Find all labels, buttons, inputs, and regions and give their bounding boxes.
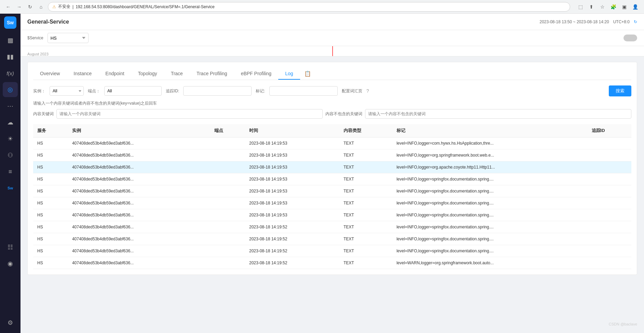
sidebar-item-globe[interactable]: ☀ [3, 131, 18, 146]
sidebar-item-shield[interactable]: ◉ [3, 256, 18, 271]
chart-icon: ▩ [8, 37, 13, 44]
tab-instance[interactable]: Instance [67, 68, 98, 80]
home-button[interactable]: ⌂ [37, 3, 45, 11]
table-cell: HS [33, 257, 68, 269]
table-cell [588, 221, 631, 233]
table-cell [588, 197, 631, 209]
content-kw-input[interactable] [56, 109, 323, 119]
table-cell [210, 149, 245, 161]
grid-icon: ☷ [8, 243, 13, 251]
instance-select[interactable]: All [50, 86, 84, 96]
table-row[interactable]: HS407408ded53b4db59ed3abf636...2023-08-1… [33, 233, 631, 245]
reload-button[interactable]: ↻ [26, 3, 34, 11]
sidebar-logo[interactable]: Sw [4, 16, 16, 29]
gear-icon: ⚙ [8, 319, 13, 327]
table-row[interactable]: HS407408ded53b4db59ed3abf636...2023-08-1… [33, 209, 631, 221]
copy-icon[interactable]: 📋 [300, 68, 315, 80]
log-table: 服务 实例 端点 时间 内容类型 标记 追踪ID HS407408ded53b4… [33, 124, 631, 269]
tab-overview[interactable]: Overview [33, 68, 67, 80]
cloud-icon: ☁ [7, 119, 13, 126]
cast-button[interactable]: ⬚ [576, 2, 585, 12]
tab-endpoint[interactable]: Endpoint [98, 68, 131, 80]
table-cell [210, 221, 245, 233]
trace-id-input[interactable] [183, 86, 252, 96]
filter-row-1: 实例： All 端点： 追踪ID: 标记: 配置词汇页 ? 搜索 [33, 85, 631, 96]
table-cell: 407408ded53b4db59ed3abf636... [68, 137, 210, 149]
dots-icon: ⋯ [7, 102, 13, 110]
table-cell: 2023-08-18 14:19:52 [245, 221, 339, 233]
table-cell: TEXT [339, 137, 392, 149]
sidebar-item-settings[interactable]: ⚙ [3, 315, 18, 330]
tab-log[interactable]: Log [278, 68, 300, 80]
help-icon[interactable]: ? [366, 88, 369, 94]
sidebar-item-cloud[interactable]: ☁ [3, 115, 18, 130]
sidebar-item-dashboard[interactable]: ◎ [3, 82, 18, 97]
table-cell: 407408ded53b4db59ed3abf636... [68, 173, 210, 185]
function-icon: f(x) [6, 70, 14, 76]
exclude-kw-input[interactable] [365, 109, 631, 119]
table-cell: HS [33, 233, 68, 245]
timezone: UTC+8:0 [613, 19, 630, 24]
tab-ebpf-profiling[interactable]: eBPF Profiling [234, 68, 278, 80]
table-row[interactable]: HS407408ded53b4db59ed3abf636...2023-08-1… [33, 173, 631, 185]
toggle-switch[interactable] [623, 35, 637, 41]
table-cell: HS [33, 149, 68, 161]
sidebar-item-dots[interactable]: ⋯ [3, 98, 18, 114]
table-cell: HS [33, 221, 68, 233]
table-cell [588, 233, 631, 245]
table-cell: 2023-08-18 14:19:53 [245, 185, 339, 197]
address-bar[interactable]: ⚠ 不安全 | 192.168.54.53:8080/dashboard/GEN… [48, 2, 570, 12]
profile-button[interactable]: 👤 [630, 2, 640, 12]
table-cell: level=INFO,logger=springfox.documentatio… [392, 197, 588, 209]
table-cell: TEXT [339, 173, 392, 185]
tag-input[interactable] [269, 86, 338, 96]
table-cell: 407408ded53b4db59ed3abf636... [68, 245, 210, 257]
table-row[interactable]: HS407408ded53b4db59ed3abf636...2023-08-1… [33, 149, 631, 161]
sidebar-item-sw[interactable]: Sw [3, 181, 18, 196]
app-layout: Sw ▩ ▮▮ f(x) ◎ ⋯ ☁ ☀ ⚇ ≡ Sw ☷ [0, 14, 644, 333]
sidebar-item-database[interactable]: ▮▮ [3, 49, 18, 64]
table-cell: 407408ded53b4db59ed3abf636... [68, 221, 210, 233]
table-cell: level=INFO,logger=org.springframework.bo… [392, 149, 588, 161]
sidebar-item-list[interactable]: ≡ [3, 164, 18, 179]
forward-button[interactable]: → [15, 3, 23, 11]
table-cell: level=INFO,logger=org.apache.coyote.http… [392, 161, 588, 173]
table-row[interactable]: HS407408ded53b4db59ed3abf636...2023-08-1… [33, 137, 631, 149]
table-cell: HS [33, 161, 68, 173]
table-cell [210, 257, 245, 269]
table-cell: HS [33, 245, 68, 257]
config-link[interactable]: 配置词汇页 [342, 88, 362, 94]
table-cell: 2023-08-18 14:19:53 [245, 137, 339, 149]
table-cell [210, 161, 245, 173]
sidebar-item-function[interactable]: f(x) [3, 66, 18, 81]
sidebar-item-topology[interactable]: ⚇ [3, 148, 18, 163]
table-cell: 2023-08-18 14:19:53 [245, 161, 339, 173]
tab-trace[interactable]: Trace [164, 68, 190, 80]
sidebar-item-chart[interactable]: ▩ [3, 33, 18, 48]
service-select[interactable]: HS All [48, 33, 89, 43]
sw-logo-icon: Sw [8, 186, 13, 190]
table-row[interactable]: HS407408ded53b4db59ed3abf636...2023-08-1… [33, 221, 631, 233]
tab-topology[interactable]: Topology [131, 68, 164, 80]
table-row[interactable]: HS407408ded53b4db59ed3abf636...2023-08-1… [33, 161, 631, 173]
share-button[interactable]: ⬆ [587, 2, 596, 12]
table-row[interactable]: HS407408ded53b4db59ed3abf636...2023-08-1… [33, 185, 631, 197]
table-cell: 2023-08-18 14:19:53 [245, 197, 339, 209]
table-cell [210, 209, 245, 221]
browser-bar: ← → ↻ ⌂ ⚠ 不安全 | 192.168.54.53:8080/dashb… [0, 0, 644, 14]
extension-button[interactable]: 🧩 [608, 2, 618, 12]
table-cell [588, 245, 631, 257]
tab-trace-profiling[interactable]: Trace Profiling [190, 68, 234, 80]
search-button[interactable]: 搜索 [609, 85, 631, 96]
refresh-icon[interactable]: ↻ [634, 19, 637, 24]
table-cell: 407408ded53b4db59ed3abf636... [68, 233, 210, 245]
sidebar-item-grid[interactable]: ☷ [3, 240, 18, 255]
table-row[interactable]: HS407408ded53b4db59ed3abf636...2023-08-1… [33, 257, 631, 269]
table-row[interactable]: HS407408ded53b4db59ed3abf636...2023-08-1… [33, 245, 631, 257]
split-button[interactable]: ▣ [619, 2, 629, 12]
table-row[interactable]: HS407408ded53b4db59ed3abf636...2023-08-1… [33, 197, 631, 209]
back-button[interactable]: ← [4, 3, 12, 11]
bookmark-button[interactable]: ☆ [598, 2, 607, 12]
table-cell: HS [33, 185, 68, 197]
endpoint-input[interactable] [104, 86, 162, 96]
